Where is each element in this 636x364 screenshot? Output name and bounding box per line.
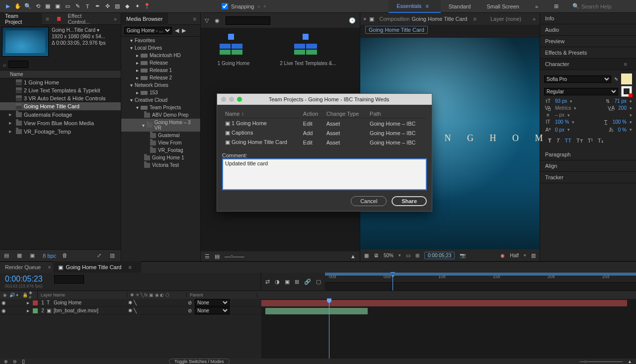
- tl-icon5[interactable]: 🔗: [304, 279, 311, 285]
- panel-audio[interactable]: Audio: [540, 24, 636, 36]
- puppet-tool[interactable]: 📍: [142, 1, 152, 11]
- zoom-dot[interactable]: [237, 97, 242, 102]
- font-style-dropdown[interactable]: Regular: [544, 88, 618, 95]
- project-item[interactable]: ▸View From Blue Moon Media: [0, 119, 121, 127]
- col-path[interactable]: Path: [368, 110, 426, 118]
- superscript-button[interactable]: T¹: [588, 138, 593, 144]
- zoom-tool[interactable]: 🔍: [23, 1, 33, 11]
- color-mgmt-icon[interactable]: ◉: [500, 253, 505, 258]
- tab-effect-controls[interactable]: Effect Control...: [63, 13, 109, 25]
- baseline-value[interactable]: 0 px: [555, 127, 564, 133]
- min-dot[interactable]: [229, 97, 234, 102]
- tab-layer[interactable]: Layer (none): [485, 13, 526, 25]
- pen-tool[interactable]: ✒: [92, 1, 102, 11]
- slider-dot[interactable]: —○——: [225, 253, 244, 259]
- workspace-overflow[interactable]: »: [527, 0, 546, 13]
- shape-tool[interactable]: ✎: [73, 1, 82, 11]
- tl-icon6[interactable]: ▢: [316, 279, 321, 285]
- col-action[interactable]: Action: [301, 110, 323, 118]
- share-button[interactable]: Share: [392, 196, 427, 206]
- snapping-checkbox[interactable]: [222, 3, 228, 9]
- trash-icon[interactable]: 🗑: [62, 252, 69, 259]
- zoom-slider[interactable]: —○————————: [580, 359, 623, 364]
- toggle-switches-modes[interactable]: Toggle Switches / Modes: [169, 359, 230, 364]
- panel-tracker[interactable]: Tracker: [540, 172, 636, 183]
- view-thumb-icon[interactable]: ▤: [215, 253, 220, 260]
- search-help-input[interactable]: [581, 3, 631, 9]
- comp-overflow-icon[interactable]: »: [529, 16, 540, 22]
- overflow-icon[interactable]: »: [110, 16, 121, 22]
- fill-swatch[interactable]: [621, 73, 632, 84]
- font-family-dropdown[interactable]: Sofia Pro: [544, 75, 611, 83]
- switches-col[interactable]: ✱ ✳ ╲ fx ▣ ◉ ◐ ⬡: [127, 292, 187, 297]
- close-tab-icon[interactable]: ×: [46, 264, 53, 270]
- panel-menu-icon[interactable]: ≡: [42, 16, 53, 22]
- clone-tool[interactable]: ▧: [112, 1, 122, 11]
- tab-team-project[interactable]: Team Project: [0, 13, 42, 25]
- mb-tree-item[interactable]: ▸153: [121, 89, 200, 96]
- speaker-col-icon[interactable]: 🔊: [6, 292, 13, 297]
- project-item[interactable]: Going Home Title Card: [0, 102, 121, 110]
- mb-tree-item[interactable]: ▾Network Drives: [121, 81, 200, 89]
- mb-tree-item[interactable]: ▾Going Home – 3 VR: [121, 119, 200, 132]
- vscale-value[interactable]: 100 %: [555, 119, 569, 125]
- mask-icon[interactable]: ▭: [406, 253, 410, 258]
- cancel-button[interactable]: Cancel: [351, 196, 387, 206]
- tab-timeline-comp[interactable]: ▣ Going Home Title Card ≡: [53, 261, 141, 273]
- layer-1-bar[interactable]: [261, 300, 627, 306]
- allcaps-button[interactable]: TT: [564, 138, 571, 144]
- search-help[interactable]: 🔍: [572, 3, 636, 9]
- bin-freeform-icon[interactable]: ▣: [30, 252, 37, 259]
- project-item[interactable]: ▸VR_Footage_Temp: [0, 127, 121, 136]
- timeline-search-input[interactable]: [54, 275, 84, 284]
- mb-tree-item[interactable]: Going Home 1: [121, 154, 200, 161]
- resolution-dropdown[interactable]: Half: [510, 253, 519, 258]
- panel-preview[interactable]: Preview: [540, 36, 636, 47]
- pan-behind-tool[interactable]: ▭: [63, 1, 73, 11]
- media-thumb-2[interactable]: 2 Live Text Templates &...: [278, 31, 338, 66]
- mb-tree-item[interactable]: ▾Favorites: [121, 37, 200, 44]
- layer-name-col[interactable]: Layer Name: [38, 292, 127, 297]
- fwd-icon[interactable]: ▶: [182, 27, 186, 34]
- kerning-value[interactable]: Metrics: [555, 105, 571, 111]
- character-panel-header[interactable]: Character≡: [540, 59, 636, 70]
- mb-tree-item[interactable]: ▸Macintosh HD: [121, 52, 200, 59]
- mb-tree-item[interactable]: View From: [121, 139, 200, 146]
- workspace-small-screen[interactable]: Small Screen: [478, 0, 527, 13]
- layer-2-bar[interactable]: [265, 308, 368, 314]
- brush-tool[interactable]: ✜: [102, 1, 112, 11]
- mb-path-dropdown[interactable]: Going Home - ...: [124, 27, 172, 34]
- view-list-icon[interactable]: ☰: [205, 253, 210, 260]
- mb-tree-item[interactable]: VR_Footag: [121, 146, 200, 154]
- mb-tree-item[interactable]: ▸Release 1: [121, 67, 200, 74]
- smallcaps-button[interactable]: Tᴛ: [576, 138, 583, 144]
- solo-col-icon[interactable]: ●: [13, 292, 19, 297]
- hand-tool[interactable]: ✋: [13, 1, 23, 11]
- bin-list-icon[interactable]: ▤: [4, 252, 11, 259]
- snapping-icon2[interactable]: ✧: [263, 4, 267, 9]
- monitor-icon[interactable]: 🖥: [374, 253, 379, 258]
- current-timecode[interactable]: 0:00:05:23: [5, 275, 43, 283]
- project-item[interactable]: 2 Live Text Templates & Typekit: [0, 86, 121, 94]
- eye-col-icon[interactable]: ◉: [0, 292, 6, 297]
- media-thumb-1[interactable]: 1 Going Home: [204, 31, 263, 66]
- snapshot-icon[interactable]: 📷: [460, 253, 466, 258]
- viewer-settings-icon[interactable]: ▥: [531, 253, 536, 258]
- comment-input[interactable]: [222, 158, 427, 190]
- snapping-icon1[interactable]: ⟐: [257, 4, 260, 9]
- work-area[interactable]: [325, 273, 636, 276]
- workspace-standard[interactable]: Standard: [441, 0, 479, 13]
- close-comp-icon[interactable]: ×: [360, 16, 369, 22]
- history-icon[interactable]: 🕓: [349, 17, 356, 24]
- mb-tree-item[interactable]: ABV Demo Prep: [121, 111, 200, 119]
- panel-align[interactable]: Align: [540, 160, 636, 172]
- column-name[interactable]: Name: [0, 70, 121, 78]
- tl-foot-icon1[interactable]: ⊕: [4, 359, 8, 364]
- project-search-input[interactable]: [8, 61, 28, 68]
- grid-icon[interactable]: ▦: [364, 253, 369, 258]
- view-mountain-icon[interactable]: ▲: [350, 253, 356, 259]
- bpc-toggle[interactable]: 8 bpc: [43, 253, 56, 259]
- layer-row[interactable]: ◉▸1TGoing Home✱ ╲⊘None: [0, 299, 261, 307]
- subscript-button[interactable]: T₁: [598, 138, 603, 144]
- bin-grid-icon[interactable]: ▦: [17, 252, 24, 259]
